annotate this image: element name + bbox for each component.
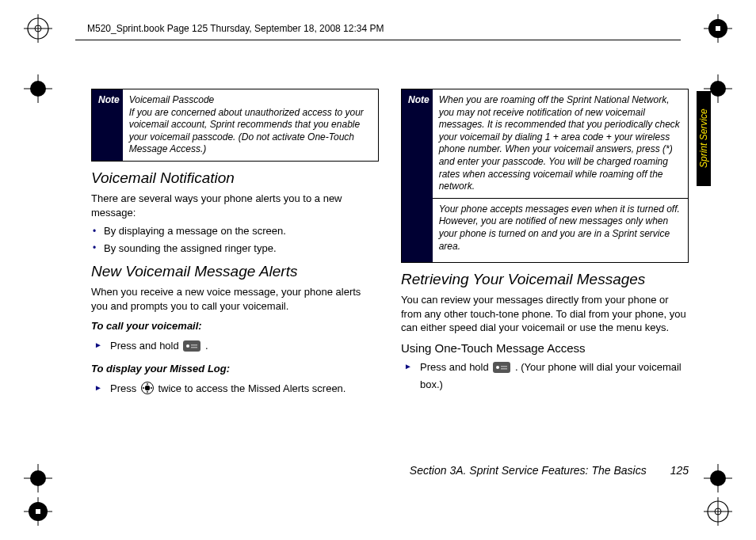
heading-voicemail-notification: Voicemail Notification [91,169,379,187]
list-item: By displaying a message on the screen. [91,224,379,238]
page: M520_Sprint.book Page 125 Thursday, Sept… [0,0,756,540]
note-box-passcode: Note Voicemail Passcode If you are conce… [91,89,379,162]
note-text: If you are concerned about unauthorized … [129,107,364,155]
paragraph: When you receive a new voice message, yo… [91,285,379,313]
svg-rect-28 [183,340,200,352]
subheading-one-touch: Using One-Touch Message Access [401,341,689,355]
svg-point-29 [186,344,189,348]
note-title: Voicemail Passcode [129,94,215,105]
crop-ornament-bottom-right [704,497,732,526]
svg-rect-34 [493,362,510,373]
crop-ornament-left [24,74,52,103]
right-column: Note When you are roaming off the Sprint… [401,89,689,492]
svg-rect-37 [501,368,507,370]
crop-ornament-bottom-left [24,497,52,526]
svg-point-33 [145,386,150,390]
print-header-text: M520_Sprint.book Page 125 Thursday, Sept… [87,23,384,34]
step-item: Press twice to access the Missed Alerts … [91,381,379,399]
print-header: M520_Sprint.book Page 125 Thursday, Sept… [32,19,724,38]
svg-rect-17 [36,509,40,514]
instruction-missed-log: To display your Missed Log: [91,362,379,376]
note-body: When you are roaming off the Sprint Nati… [433,89,688,262]
footer-section-title: Section 3A. Sprint Service Features: The… [410,464,647,477]
note-box-roaming: Note When you are roaming off the Sprint… [401,89,689,263]
instruction-call-voicemail: To call your voicemail: [91,319,379,333]
key-1-icon [493,362,510,378]
step-text-tail: . [205,340,208,352]
svg-rect-30 [191,344,197,346]
step-item: Press and hold . (Your phone will dial y… [401,359,689,393]
left-column: Note Voicemail Passcode If you are conce… [91,89,379,492]
note-text: When you are roaming off the Sprint Nati… [439,94,680,192]
note-label: Note [92,89,123,161]
key-1-icon [183,340,200,356]
page-footer: Section 3A. Sprint Service Features: The… [91,464,689,477]
svg-rect-36 [501,366,507,367]
content: Note Voicemail Passcode If you are conce… [91,89,689,492]
step-item: Press and hold . [91,338,379,356]
crop-ornament-bottom-mid-right [704,464,732,492]
paragraph: You can review your messages directly fr… [401,293,689,335]
list-item: By sounding the assigned ringer type. [91,241,379,256]
svg-point-35 [496,366,499,369]
note-text-2: Your phone accepts messages even when it… [433,198,688,253]
step-text: Press [110,382,139,394]
section-side-tab-label: Sprint Service [698,109,709,169]
step-text: Press and hold [110,340,181,352]
step-text: Press and hold [420,361,491,373]
step-text-tail: twice to access the Missed Alerts screen… [158,382,346,394]
bullet-list: By displaying a message on the screen. B… [91,224,379,255]
section-side-tab: Sprint Service [697,91,711,186]
nav-key-icon [141,382,154,399]
page-number: 125 [670,464,689,477]
heading-retrieve-voicemail: Retrieving Your Voicemail Messages [401,271,689,288]
heading-new-voicemail-alerts: New Voicemail Message Alerts [91,263,379,280]
crop-ornament-bottom-mid-left [24,464,52,492]
note-body: Voicemail Passcode If you are concerned … [123,89,378,161]
svg-rect-31 [191,347,197,348]
note-label: Note [402,89,433,262]
paragraph: There are several ways your phone alerts… [91,192,379,219]
header-rule [75,40,681,40]
